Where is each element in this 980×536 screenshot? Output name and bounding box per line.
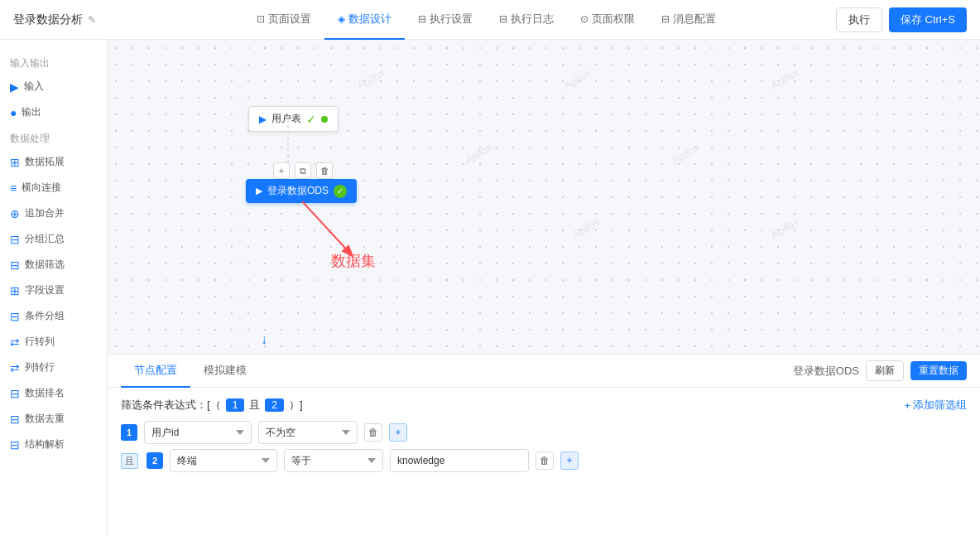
tab-exec-log[interactable]: ⊟ 执行日志 [486,0,567,40]
watermark: Apifox [562,66,594,92]
node-user-table-label: 用户表 [271,112,301,126]
execute-button[interactable]: 执行 [836,7,882,32]
ods-play-icon: ▶ [256,186,262,196]
filter-delete-btn-1[interactable]: 🗑 [364,423,382,442]
exec-settings-icon: ⊟ [418,13,426,25]
tab-data-design[interactable]: ◈ 数据设计 [324,0,405,40]
toolbar-copy-btn[interactable]: ⧉ [295,162,311,179]
edit-title-icon[interactable]: ✎ [88,14,96,26]
nav-tabs: ⊡ 页面设置 ◈ 数据设计 ⊟ 执行设置 ⊟ 执行日志 ⊙ 页面权限 ⊟ 消息配… [137,0,836,40]
add-filter-icon: + [904,399,910,412]
tab-simulate-build[interactable]: 模拟建模 [190,355,260,388]
watermark: Apifox [463,141,495,167]
bottom-panel: 节点配置 模拟建模 登录数据ODS 刷新 重置数据 筛选条件表达式：[（ 1 [108,354,980,536]
save-button[interactable]: 保存 Ctrl+S [889,7,967,32]
sidebar-item-data-sort[interactable]: ⊟ 数据排名 [0,380,107,406]
filter-and-label: 且 [249,398,260,413]
watermark: Apifox [769,215,801,241]
horizontal-join-icon: ≡ [10,181,17,195]
filter-add-btn-1[interactable]: + [389,423,407,442]
filter-row-num-1: 1 [121,424,137,441]
bottom-panel-header: 节点配置 模拟建模 登录数据ODS 刷新 重置数据 [108,355,980,388]
node-toolbar: + ⧉ 🗑 [273,162,333,179]
sidebar-item-horizontal-join[interactable]: ≡ 横向连接 [0,175,107,200]
filter-rows: 1 用户id 终端 登录时间 不为空 为空 等于 🗑 + [121,421,967,472]
filter-row-2: 2 终端 用户id 登录时间 等于 不等于 包含 不包含 [147,449,579,472]
sidebar-item-col-to-row[interactable]: ⇄ 列转行 [0,355,107,380]
main-content: Apifox Apifox Apifox Apifox Apifox Apifo… [108,40,980,536]
node-ods-label: 登录数据ODS [267,184,329,198]
filter-add-btn-2[interactable]: + [560,451,579,470]
data-sort-icon: ⊟ [10,387,20,400]
watermark: Apifox [769,66,801,92]
filter-field-select-1[interactable]: 用户id 终端 登录时间 [144,421,252,444]
col-to-row-icon: ⇄ [10,361,20,374]
tab-page-perms[interactable]: ⊙ 页面权限 [567,0,648,40]
data-filter-icon: ⊟ [10,258,20,272]
exec-log-icon: ⊟ [499,13,507,25]
and-separator: 且 [121,453,138,469]
page-title: 登录数据分析 [13,12,83,27]
filter-field-select-2[interactable]: 终端 用户id 登录时间 [170,449,277,472]
current-node-name: 登录数据ODS [793,364,859,379]
sidebar-section-process: 数据处理 [0,125,107,149]
filter-row-1: 1 用户id 终端 登录时间 不为空 为空 等于 🗑 + [121,421,967,444]
data-design-icon: ◈ [338,13,345,25]
status-dot [321,116,328,123]
tab-node-config[interactable]: 节点配置 [121,355,190,388]
sidebar-item-data-dedup[interactable]: ⊟ 数据去重 [0,406,107,432]
filter-op-select-2[interactable]: 等于 不等于 包含 不包含 [284,449,383,472]
sidebar-item-append-merge[interactable]: ⊕ 追加合并 [0,200,107,226]
toolbar-add-btn[interactable]: + [273,162,290,179]
bottom-header-right: 登录数据ODS 刷新 重置数据 [793,360,967,381]
sidebar-item-input[interactable]: ▶ 输入 [0,74,107,99]
sidebar: 输入输出 ▶ 输入 ● 输出 数据处理 ⊞ 数据拓展 ≡ 横向连接 ⊕ 追加合并… [0,40,108,536]
field-settings-icon: ⊞ [10,284,20,297]
filter-tag-1: 1 [226,398,245,412]
nav-actions: 执行 保存 Ctrl+S [836,7,967,32]
filter-row-2-wrapper: 且 2 终端 用户id 登录时间 等于 不等于 [121,449,967,472]
sidebar-item-field-settings[interactable]: ⊞ 字段设置 [0,278,107,303]
filter-end-label: ）] [289,398,303,413]
sidebar-section-io: 输入输出 [0,50,107,74]
page-settings-icon: ⊡ [257,13,265,25]
input-icon: ▶ [10,80,19,94]
node-user-table[interactable]: ▶ 用户表 ✓ [248,106,339,132]
svg-line-2 [302,201,352,255]
msg-config-icon: ⊟ [661,13,670,25]
refresh-button[interactable]: 刷新 [866,360,904,381]
filter-delete-btn-2[interactable]: 🗑 [536,451,554,470]
ods-check-icon: ✓ [334,185,347,198]
sidebar-item-data-filter[interactable]: ⊟ 数据筛选 [0,252,107,278]
data-dedup-icon: ⊟ [10,413,20,426]
filter-value-input-2[interactable] [390,449,529,472]
page-title-area: 登录数据分析 ✎ [13,12,137,27]
main-layout: 输入输出 ▶ 输入 ● 输出 数据处理 ⊞ 数据拓展 ≡ 横向连接 ⊕ 追加合并… [0,40,980,536]
page-perms-icon: ⊙ [580,13,588,25]
data-expand-icon: ⊞ [10,156,20,169]
condition-group-icon: ⊟ [10,310,20,323]
filter-label: 筛选条件表达式：[（ [121,398,221,413]
tab-exec-settings[interactable]: ⊟ 执行设置 [405,0,486,40]
sidebar-item-row-to-col[interactable]: ⇄ 行转列 [0,329,107,355]
bottom-panel-body: 筛选条件表达式：[（ 1 且 2 ）] + 添加筛选组 1 [108,388,980,482]
output-icon: ● [10,106,17,119]
tab-page-settings[interactable]: ⊡ 页面设置 [243,0,324,40]
watermark: Apifox [570,215,603,241]
filter-op-select-1[interactable]: 不为空 为空 等于 [258,421,358,444]
toolbar-delete-btn[interactable]: 🗑 [316,162,333,179]
and-tag: 且 [121,453,138,469]
down-arrow-indicator: ↓ [261,332,267,347]
sidebar-item-data-expand[interactable]: ⊞ 数据拓展 [0,149,107,175]
canvas-area[interactable]: Apifox Apifox Apifox Apifox Apifox Apifo… [108,40,980,354]
reset-data-button[interactable]: 重置数据 [910,361,967,380]
sidebar-item-struct-parse[interactable]: ⊟ 结构解析 [0,432,107,457]
bottom-tabs: 节点配置 模拟建模 [121,355,260,388]
sidebar-item-condition-group[interactable]: ⊟ 条件分组 [0,303,107,329]
sidebar-item-output[interactable]: ● 输出 [0,99,107,125]
sidebar-item-group-summary[interactable]: ⊟ 分组汇总 [0,226,107,252]
node-ods[interactable]: ▶ 登录数据ODS ✓ [246,179,357,203]
group-summary-icon: ⊟ [10,233,20,246]
add-filter-group-btn[interactable]: + 添加筛选组 [904,398,967,413]
tab-msg-config[interactable]: ⊟ 消息配置 [648,0,729,40]
